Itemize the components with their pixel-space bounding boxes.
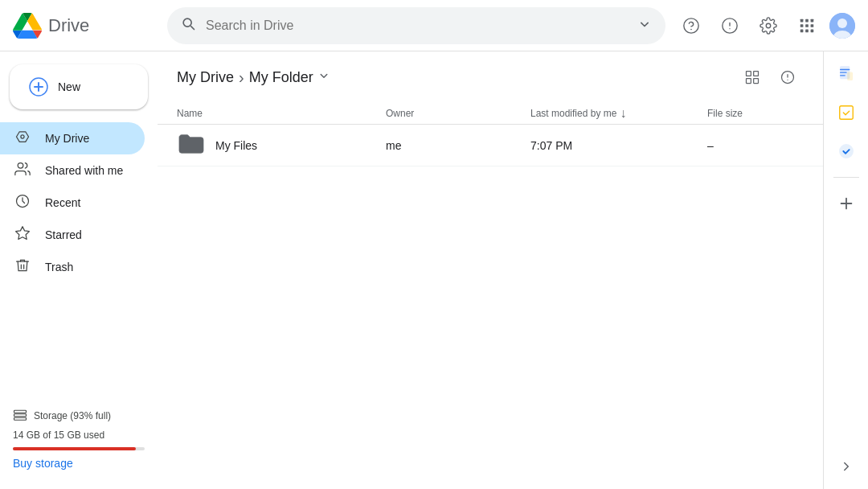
my-drive-icon bbox=[13, 129, 32, 149]
file-modified-cell: 7:07 PM bbox=[530, 139, 707, 152]
file-name-label: My Files bbox=[215, 139, 257, 152]
svg-rect-21 bbox=[14, 414, 27, 417]
table-row[interactable]: My Files me 7:07 PM – bbox=[158, 125, 823, 166]
help-icon-button[interactable] bbox=[714, 10, 746, 42]
right-panel-divider bbox=[833, 177, 859, 178]
doc-panel-icon[interactable] bbox=[830, 58, 862, 90]
breadcrumb-separator: › bbox=[239, 68, 244, 87]
shared-icon bbox=[13, 161, 32, 181]
column-owner-header[interactable]: Owner bbox=[386, 108, 530, 119]
svg-rect-24 bbox=[754, 72, 759, 76]
storage-label: Storage (93% full) bbox=[13, 409, 145, 423]
file-list: My Files me 7:07 PM – bbox=[158, 125, 823, 166]
avatar[interactable] bbox=[829, 13, 855, 39]
svg-rect-12 bbox=[811, 29, 814, 32]
svg-rect-29 bbox=[847, 72, 852, 80]
file-list-header: Name Owner Last modified by me ↓ File si… bbox=[158, 103, 823, 125]
svg-rect-9 bbox=[811, 24, 814, 27]
header: Drive bbox=[0, 0, 868, 51]
support-icon-button[interactable] bbox=[675, 10, 707, 42]
sidebar-item-my-drive[interactable]: My Drive bbox=[0, 122, 145, 154]
logo-area: Drive bbox=[13, 11, 158, 40]
search-icon bbox=[180, 15, 196, 35]
shared-label: Shared with me bbox=[45, 164, 123, 177]
storage-used-text: 14 GB of 15 GB used bbox=[13, 429, 145, 441]
svg-rect-8 bbox=[805, 24, 809, 27]
svg-point-1 bbox=[691, 29, 692, 30]
svg-point-31 bbox=[839, 145, 853, 158]
starred-icon bbox=[13, 225, 32, 245]
sort-arrow-icon: ↓ bbox=[620, 106, 626, 121]
recent-label: Recent bbox=[45, 196, 80, 209]
check-panel-icon[interactable] bbox=[830, 135, 862, 167]
svg-point-18 bbox=[18, 162, 23, 168]
file-size-cell: – bbox=[707, 139, 804, 152]
buy-storage-link[interactable]: Buy storage bbox=[13, 457, 73, 470]
svg-rect-20 bbox=[14, 410, 27, 413]
main-layout: New My Drive Shared with me bbox=[0, 51, 868, 489]
storage-icon bbox=[13, 409, 27, 423]
sidebar: New My Drive Shared with me bbox=[0, 51, 158, 489]
svg-rect-25 bbox=[747, 79, 751, 84]
svg-rect-6 bbox=[811, 18, 814, 22]
svg-rect-23 bbox=[747, 72, 751, 76]
column-name-header[interactable]: Name bbox=[177, 108, 386, 119]
storage-bar-container bbox=[13, 447, 145, 450]
content-area: My Drive › My Folder bbox=[158, 51, 823, 489]
expand-panel-icon[interactable] bbox=[830, 450, 862, 483]
storage-section: Storage (93% full) 14 GB of 15 GB used B… bbox=[0, 396, 158, 483]
svg-rect-4 bbox=[800, 18, 804, 22]
breadcrumb-bar: My Drive › My Folder bbox=[158, 51, 823, 103]
new-button[interactable]: New bbox=[10, 64, 148, 109]
task-panel-icon[interactable] bbox=[830, 97, 862, 129]
svg-point-17 bbox=[21, 134, 24, 138]
svg-rect-11 bbox=[805, 29, 809, 32]
settings-icon-button[interactable] bbox=[752, 10, 784, 42]
right-panel-add-button[interactable] bbox=[830, 187, 862, 220]
svg-rect-5 bbox=[805, 18, 809, 22]
right-panel-bottom bbox=[830, 450, 862, 483]
grid-view-button[interactable] bbox=[736, 61, 768, 93]
trash-icon bbox=[13, 257, 32, 277]
sidebar-item-starred[interactable]: Starred bbox=[0, 219, 145, 251]
svg-rect-26 bbox=[754, 79, 759, 84]
info-button[interactable] bbox=[772, 61, 804, 93]
file-name-cell: My Files bbox=[177, 129, 386, 161]
svg-point-0 bbox=[684, 18, 698, 32]
search-input[interactable] bbox=[206, 18, 627, 33]
breadcrumb-dropdown-icon[interactable] bbox=[317, 68, 331, 87]
breadcrumb-current[interactable]: My Folder bbox=[249, 68, 331, 87]
recent-icon bbox=[13, 193, 32, 213]
my-drive-label: My Drive bbox=[45, 132, 89, 145]
column-size-header[interactable]: File size bbox=[707, 108, 804, 119]
search-bar[interactable] bbox=[167, 7, 665, 44]
svg-rect-10 bbox=[800, 29, 804, 32]
folder-icon bbox=[177, 129, 206, 161]
svg-point-14 bbox=[837, 18, 847, 28]
search-dropdown-icon[interactable] bbox=[637, 16, 653, 35]
drive-logo-icon bbox=[13, 11, 42, 40]
storage-bar bbox=[13, 447, 136, 450]
svg-point-3 bbox=[766, 23, 771, 28]
breadcrumb-current-label: My Folder bbox=[249, 69, 313, 86]
breadcrumb-root[interactable]: My Drive bbox=[177, 69, 234, 86]
new-button-label: New bbox=[58, 80, 80, 93]
svg-rect-7 bbox=[800, 24, 804, 27]
starred-label: Starred bbox=[45, 228, 82, 241]
apps-icon-button[interactable] bbox=[791, 10, 823, 42]
sidebar-item-recent[interactable]: Recent bbox=[0, 187, 145, 219]
svg-rect-30 bbox=[839, 106, 853, 120]
sidebar-item-shared[interactable]: Shared with me bbox=[0, 154, 145, 187]
app-title: Drive bbox=[48, 15, 89, 36]
plus-icon bbox=[29, 77, 48, 97]
breadcrumb-actions bbox=[736, 61, 804, 93]
svg-rect-22 bbox=[14, 417, 27, 420]
header-actions bbox=[675, 10, 855, 42]
file-owner-cell: me bbox=[386, 139, 530, 152]
sidebar-item-trash[interactable]: Trash bbox=[0, 251, 145, 283]
trash-label: Trash bbox=[45, 261, 73, 273]
right-panel bbox=[823, 51, 868, 489]
column-modified-header[interactable]: Last modified by me ↓ bbox=[530, 106, 707, 121]
breadcrumb: My Drive › My Folder bbox=[177, 68, 331, 87]
